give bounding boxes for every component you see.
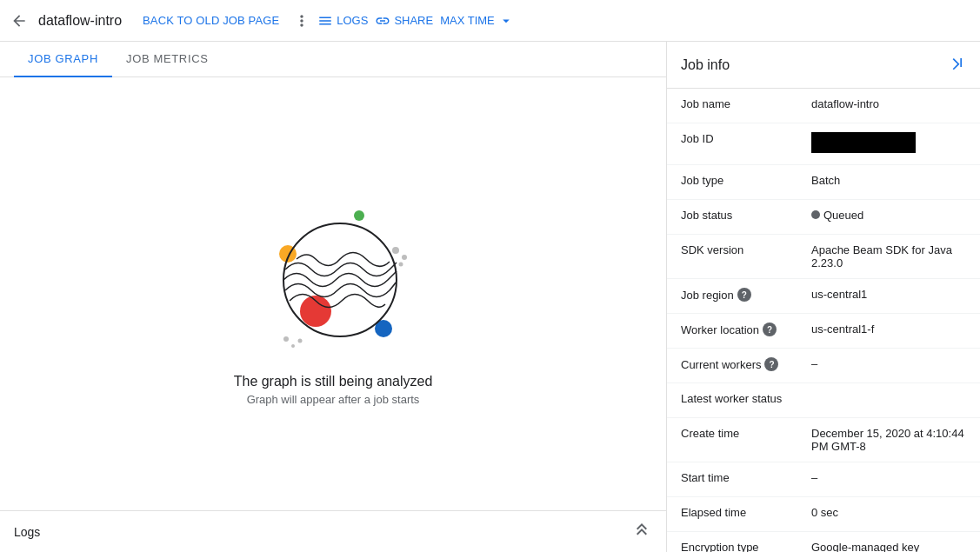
row-label: Latest worker status — [681, 392, 811, 405]
graph-analyzing-text: The graph is still being analyzed — [234, 374, 433, 389]
graph-illustration — [237, 183, 429, 374]
svg-point-10 — [283, 223, 397, 336]
job-info-table: Job name dataflow-intro Job ID Job type … — [667, 89, 980, 552]
table-row: Current workers ? – — [667, 349, 980, 383]
job-status-value: Queued — [811, 209, 966, 222]
left-panel: JOB GRAPH JOB METRICS — [0, 42, 667, 552]
row-label: SDK version — [681, 243, 811, 256]
row-value: dataflow-intro — [811, 97, 966, 110]
row-label: Current workers ? — [681, 357, 811, 371]
share-button[interactable]: SHARE — [375, 13, 433, 29]
max-time-button[interactable]: MAX TIME — [440, 13, 514, 29]
table-row: SDK version Apache Beam SDK for Java 2.2… — [667, 235, 980, 279]
row-value: Google-managed key — [811, 541, 966, 552]
table-row: Start time – — [667, 462, 980, 497]
svg-point-4 — [392, 247, 399, 254]
logs-label: Logs — [14, 525, 631, 539]
job-info-header: Job info — [667, 42, 980, 89]
right-panel: Job info Job name dataflow-intro Job ID … — [667, 42, 980, 552]
row-value: us-central1 — [811, 288, 966, 301]
row-label: Create time — [681, 427, 811, 440]
tabs: JOB GRAPH JOB METRICS — [0, 42, 666, 77]
row-value: us-central1-f — [811, 323, 966, 336]
logs-expand-button[interactable] — [631, 519, 652, 544]
row-value: December 15, 2020 at 4:10:44 PM GMT-8 — [811, 427, 966, 453]
table-row: Job ID — [667, 123, 980, 165]
job-info-collapse-button[interactable] — [949, 54, 966, 76]
logs-button[interactable]: LOGS — [317, 13, 368, 29]
row-label: Start time — [681, 471, 811, 484]
table-row: Encryption type Google-managed key — [667, 532, 980, 552]
table-row: Job region ? us-central1 — [667, 279, 980, 314]
tab-job-graph[interactable]: JOB GRAPH — [14, 42, 112, 77]
table-row: Job name dataflow-intro — [667, 89, 980, 123]
row-label: Job type — [681, 174, 811, 187]
graph-area: The graph is still being analyzed Graph … — [0, 77, 666, 510]
table-row: Latest worker status — [667, 383, 980, 418]
table-row: Job type Batch — [667, 165, 980, 200]
row-label: Job region ? — [681, 288, 811, 302]
job-info-title: Job info — [681, 57, 949, 73]
row-value: – — [811, 471, 966, 484]
row-value: – — [811, 357, 966, 370]
svg-point-8 — [291, 344, 295, 348]
svg-point-6 — [399, 262, 403, 266]
back-to-old-job-page-link[interactable]: BACK TO OLD JOB PAGE — [136, 14, 286, 27]
page-title: dataflow-intro — [38, 13, 122, 29]
row-value: 0 sec — [811, 506, 966, 519]
tab-job-metrics[interactable]: JOB METRICS — [112, 42, 223, 77]
svg-point-1 — [354, 210, 364, 221]
row-value: Apache Beam SDK for Java 2.23.0 — [811, 243, 966, 269]
job-id-value — [811, 132, 966, 156]
graph-text-container: The graph is still being analyzed Graph … — [234, 374, 433, 406]
job-id-redacted — [811, 132, 916, 153]
svg-point-7 — [283, 336, 289, 342]
svg-point-5 — [402, 255, 407, 260]
toolbar: dataflow-intro BACK TO OLD JOB PAGE LOGS… — [0, 0, 980, 42]
table-row: Elapsed time 0 sec — [667, 497, 980, 532]
help-icon[interactable]: ? — [763, 323, 777, 336]
row-label: Encryption type — [681, 541, 811, 552]
row-value: Batch — [811, 174, 966, 187]
back-button[interactable] — [10, 12, 28, 30]
more-options-button[interactable] — [286, 12, 317, 30]
graph-sub-text: Graph will appear after a job starts — [234, 393, 433, 406]
table-row: Create time December 15, 2020 at 4:10:44… — [667, 418, 980, 462]
row-label: Worker location ? — [681, 323, 811, 336]
row-label: Elapsed time — [681, 506, 811, 519]
row-label: Job name — [681, 97, 811, 110]
status-dot — [811, 210, 820, 219]
svg-point-9 — [298, 338, 303, 343]
logs-bar: Logs — [0, 510, 666, 552]
help-icon[interactable]: ? — [764, 357, 778, 371]
table-row: Worker location ? us-central1-f — [667, 314, 980, 349]
table-row: Job status Queued — [667, 200, 980, 235]
row-label: Job ID — [681, 132, 811, 145]
row-label: Job status — [681, 209, 811, 222]
help-icon[interactable]: ? — [737, 288, 751, 302]
main-layout: JOB GRAPH JOB METRICS — [0, 42, 980, 552]
